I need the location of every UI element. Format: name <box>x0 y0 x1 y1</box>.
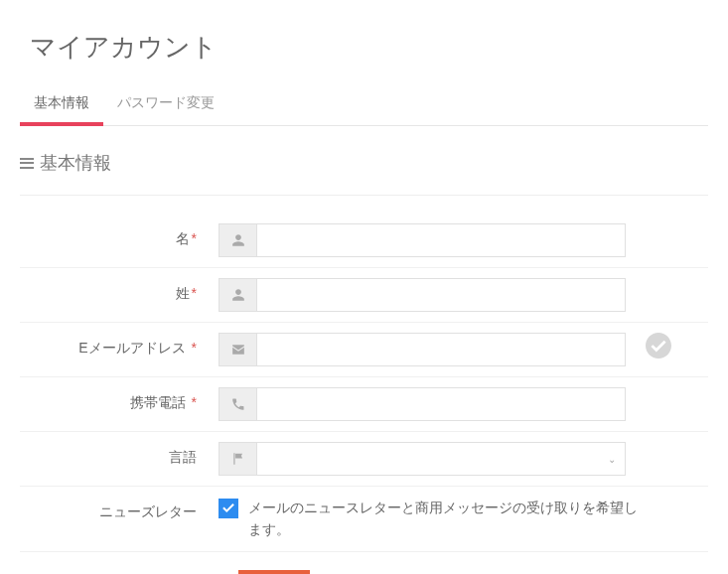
label-newsletter: ニューズレター <box>20 497 218 521</box>
row-email: Eメールアドレス * <box>20 323 708 377</box>
phone-icon <box>218 387 256 421</box>
label-last-name-text: 姓 <box>176 285 190 301</box>
save-button[interactable]: 保存 <box>238 570 310 574</box>
label-email-text: Eメールアドレス <box>78 340 185 356</box>
label-language-text: 言語 <box>169 449 197 465</box>
form-actions: 保存 <box>238 570 708 574</box>
label-last-name: 姓* <box>20 278 218 303</box>
row-language: 言語 ⌄ <box>20 432 708 487</box>
flag-icon <box>218 442 256 476</box>
user-icon <box>218 223 256 257</box>
menu-icon <box>20 158 34 169</box>
first-name-input[interactable] <box>256 223 626 257</box>
language-select[interactable] <box>256 442 626 476</box>
page-title: マイアカウント <box>30 30 708 65</box>
check-circle-icon <box>646 333 671 359</box>
required-marker: * <box>192 394 197 410</box>
section-header: 基本情報 <box>20 151 708 196</box>
required-marker: * <box>192 340 197 356</box>
label-first-name-text: 名 <box>176 230 190 246</box>
label-first-name: 名* <box>20 223 218 248</box>
newsletter-checkbox-label: メールのニュースレターと商用メッセージの受け取りを希望します。 <box>248 497 646 541</box>
section-title: 基本情報 <box>40 151 111 175</box>
row-first-name: 名* <box>20 214 708 268</box>
label-email: Eメールアドレス * <box>20 333 218 358</box>
label-newsletter-text: ニューズレター <box>99 503 197 519</box>
email-input[interactable] <box>256 333 626 366</box>
mobile-input[interactable] <box>256 387 626 421</box>
user-icon <box>218 278 256 312</box>
required-marker: * <box>192 230 197 246</box>
tab-basic-info[interactable]: 基本情報 <box>20 84 103 126</box>
basic-info-form: 名* 姓* Eメールアドレス * <box>20 214 708 552</box>
last-name-input[interactable] <box>256 278 626 312</box>
tab-password-change[interactable]: パスワード変更 <box>103 84 228 126</box>
newsletter-checkbox[interactable] <box>218 499 238 518</box>
tabs: 基本情報 パスワード変更 <box>20 84 708 126</box>
row-mobile: 携帯電話 * <box>20 377 708 432</box>
required-marker: * <box>192 285 197 301</box>
envelope-icon <box>218 333 256 366</box>
label-mobile: 携帯電話 * <box>20 387 218 412</box>
row-last-name: 姓* <box>20 268 708 323</box>
label-language: 言語 <box>20 442 218 467</box>
row-newsletter: ニューズレター メールのニュースレターと商用メッセージの受け取りを希望します。 <box>20 487 708 552</box>
label-mobile-text: 携帯電話 <box>130 394 186 410</box>
